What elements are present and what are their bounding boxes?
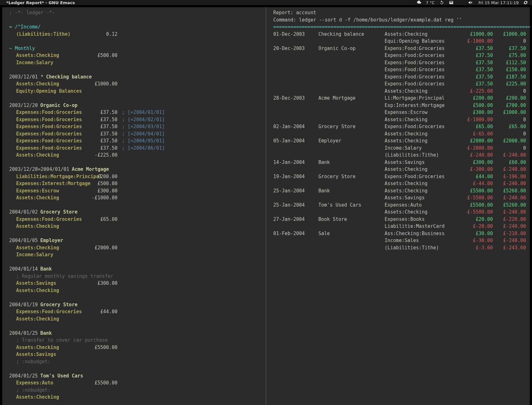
- posting-row: Assets:Checking£1000.00: [9, 80, 262, 88]
- report-row: 25-Jan-2004BankAssets:Checking£5500.00£5…: [273, 187, 526, 195]
- posting-row: Assets:Checking: [9, 223, 262, 230]
- comment: ; :nobudget:: [9, 358, 262, 365]
- volume-icon[interactable]: [468, 0, 473, 5]
- report-account: Expens:Food:Groceries: [385, 80, 460, 88]
- posting-note: ; [=2004/04/01]: [117, 130, 165, 138]
- report-date: [273, 237, 319, 244]
- posting-note: ; [=2004/02/01]: [117, 116, 165, 123]
- report-payee: [319, 194, 385, 202]
- report-date: [273, 209, 319, 216]
- report-row: Expens:Food:Groceries£37.50£187.50: [273, 73, 526, 81]
- report-date: [273, 145, 319, 152]
- report-row: Assets:Checking£-5500.00£-240.00: [273, 209, 526, 216]
- report-date: 14-Jan-2004: [273, 159, 319, 166]
- account: Assets:Savings: [16, 280, 89, 287]
- amount: [89, 351, 117, 358]
- posting-row: Expenses:Food:Groceries£37.50; [=2004/03…: [9, 123, 262, 130]
- posting-row: Assets:Savings£300.00: [9, 280, 262, 287]
- report-balance: £-210.00: [493, 230, 526, 237]
- report-payee: [319, 145, 385, 152]
- report-row: Assets:Checking£-300.00£-240.00: [273, 166, 526, 173]
- right-window[interactable]: Report: accountCommand: ledger --sort d …: [266, 7, 530, 405]
- left-window[interactable]: ; -*- ledger -*- = /^Income/(Liabilities…: [2, 7, 266, 405]
- report-payee: [319, 223, 385, 230]
- posting-row: Expenses:Food:Groceries£65.00: [9, 216, 262, 223]
- report-amount: £-30.00: [460, 237, 493, 244]
- posting-row: Expenses:Auto£5500.00: [9, 379, 262, 387]
- ledger-source-buffer[interactable]: ; -*- ledger -*- = /^Income/(Liabilities…: [2, 7, 266, 405]
- report-row: 20-Dec-2003Organic Co-opExpens:Food:Groc…: [273, 45, 526, 52]
- emacs-frame: ; -*- ledger -*- = /^Income/(Liabilities…: [2, 7, 530, 405]
- report-row: Expens:Food:Groceries£37.50£150.00: [273, 66, 526, 73]
- amount: £37.50: [89, 109, 117, 116]
- report-payee: [319, 109, 385, 116]
- report-payee: [319, 166, 385, 173]
- report-account: Assets:Checking: [385, 209, 460, 216]
- report-balance: £60.00: [493, 159, 526, 166]
- report-date: 20-Dec-2003: [273, 45, 319, 52]
- report-account: Assets:Checking: [385, 130, 460, 138]
- report-payee: [319, 66, 385, 73]
- posting-row: Assets:Checking-£225.00: [9, 152, 262, 159]
- account: Assets:Checking: [16, 223, 89, 230]
- report-date: 02-Jan-2004: [273, 123, 319, 130]
- posting-row: Assets:Checking: [9, 315, 262, 323]
- report-row: 27-Jan-2004Book StoreExpenses:Books£20.0…: [273, 216, 526, 223]
- txn-header: 2004/01/02Grocery Store: [9, 209, 262, 216]
- amount: £65.00: [89, 216, 117, 223]
- report-amount: £-65.00: [460, 130, 493, 138]
- report-amount: £37.50: [460, 52, 493, 59]
- report-amount: £65.00: [460, 123, 493, 130]
- report-balance: £-240.00: [493, 194, 526, 202]
- report-date: [273, 116, 319, 123]
- report-payee: Checking balance: [319, 31, 385, 38]
- report-row: Exp:Interest:Mortgage£500.00£700.00: [273, 102, 526, 109]
- report-row: Assets:Checking£-65.000: [273, 130, 526, 138]
- posting-row: Expenses:Escrow£300.00: [9, 187, 262, 195]
- amount: [89, 287, 117, 294]
- weather-icon: [416, 0, 421, 5]
- ledger-report-buffer[interactable]: Report: accountCommand: ledger --sort d …: [266, 7, 530, 405]
- txn-date: 2004/01/19: [9, 301, 38, 308]
- report-balance: £-196.00: [493, 173, 526, 180]
- report-balance: £37.50: [493, 45, 526, 52]
- report-balance: 0: [493, 38, 526, 45]
- report-account: Expens:Food:Groceries: [385, 73, 460, 81]
- refresh-icon[interactable]: [439, 0, 444, 5]
- report-payee: [319, 152, 385, 159]
- report-balance: 0: [493, 130, 526, 138]
- report-row: Equi:Opening Balances£-1000.000: [273, 38, 526, 45]
- report-amount: £-1000.00: [460, 38, 493, 45]
- amount: £300.00: [89, 280, 117, 287]
- posting-row: (Liabilities:Tithe)0.12: [9, 31, 262, 38]
- report-account: Equi:Opening Balances: [385, 38, 460, 45]
- account: Assets:Checking: [16, 244, 89, 252]
- account: Expenses:Interest:Mortgage: [16, 180, 89, 187]
- report-amount: £-44.00: [460, 180, 493, 187]
- report-balance: £112.50: [493, 59, 526, 66]
- posting-note: ; [=2004/01/01]: [117, 109, 165, 116]
- automated-rule: = /^Income/: [9, 24, 41, 30]
- report-date: [273, 166, 319, 173]
- report-account: (Liabilities:Tithe): [385, 152, 460, 159]
- report-row: Liabilitie:MasterCard£-20.00£-240.00: [273, 223, 526, 230]
- txn-date: 2003/12/20: [9, 102, 38, 109]
- report-account: Expenses:Escrow: [385, 109, 460, 116]
- report-account: Assets:Checking: [385, 116, 460, 123]
- report-account: Expens:Food:Groceries: [385, 52, 460, 59]
- settings-icon[interactable]: [523, 0, 528, 5]
- report-balance: £1000.00: [493, 31, 526, 38]
- amount: £300.00: [89, 187, 117, 195]
- mail-icon[interactable]: [449, 0, 454, 5]
- account: Assets:Checking: [16, 80, 89, 88]
- posting-row: Assets:Savings: [9, 351, 262, 358]
- report-amount: £-2000.00: [460, 145, 493, 152]
- network-icon[interactable]: [458, 0, 463, 5]
- report-payee: [319, 209, 385, 216]
- report-payee: Organic Co-op: [319, 45, 385, 52]
- account: Assets:Checking: [16, 52, 89, 59]
- report-date: [273, 152, 319, 159]
- report-account: Assets:Checking: [385, 137, 460, 145]
- posting-row: Assets:Checking£5500.00: [9, 344, 262, 351]
- report-account: Expens:Food:Groceries: [385, 66, 460, 73]
